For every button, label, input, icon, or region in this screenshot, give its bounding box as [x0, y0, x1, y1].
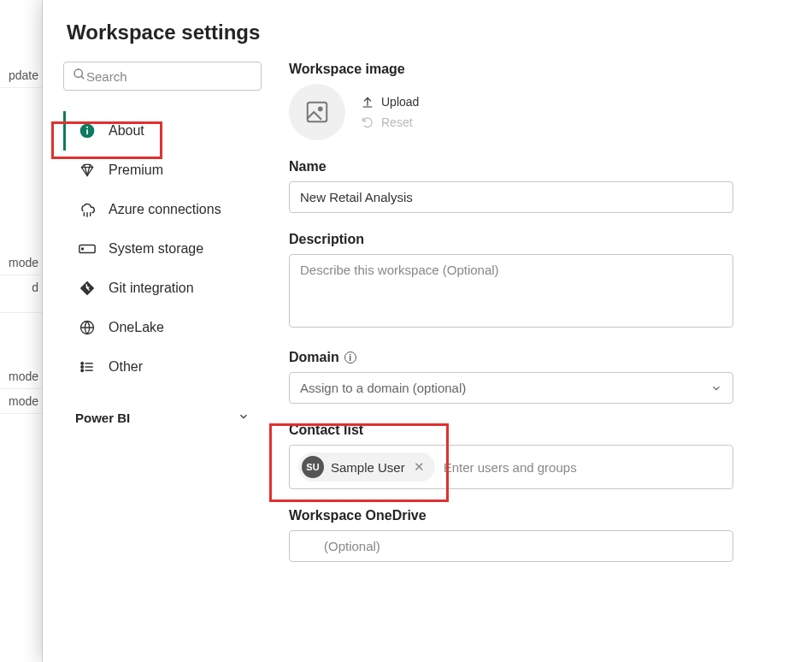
workspace-image-placeholder[interactable] — [289, 84, 345, 140]
svg-point-4 — [86, 127, 88, 128]
info-icon — [78, 121, 97, 140]
bg-row: mode — [0, 364, 42, 389]
nav-group-label: Power BI — [75, 411, 130, 425]
nav-onelake[interactable]: OneLake — [63, 308, 262, 347]
svg-point-0 — [74, 69, 82, 77]
svg-point-12 — [81, 369, 84, 372]
nav-label: Premium — [109, 163, 163, 178]
nav-label: System storage — [109, 241, 203, 257]
chip-remove-icon[interactable]: ✕ — [412, 459, 427, 475]
settings-panel: Workspace settings About Premium — [43, 0, 812, 662]
settings-sidebar: About Premium Azure connections System s… — [63, 62, 262, 641]
onelake-icon — [78, 318, 97, 337]
svg-point-10 — [81, 366, 84, 369]
avatar: SU — [302, 456, 324, 478]
contact-chip[interactable]: SU Sample User ✕ — [298, 452, 435, 482]
nav-about[interactable]: About — [63, 111, 262, 151]
diamond-icon — [78, 161, 97, 180]
chevron-down-icon — [238, 411, 250, 425]
nav-git-integration[interactable]: Git integration — [63, 269, 262, 308]
svg-rect-3 — [86, 129, 88, 134]
panel-title: Workspace settings — [67, 21, 785, 44]
git-icon — [78, 279, 97, 298]
storage-icon — [78, 239, 97, 258]
search-box[interactable] — [63, 62, 262, 91]
svg-point-8 — [81, 363, 84, 365]
description-label: Description — [289, 232, 785, 247]
settings-main: Workspace image Upload Reset — [289, 62, 785, 641]
bg-row: mode — [0, 389, 42, 414]
nav-group-powerbi[interactable]: Power BI — [63, 400, 262, 435]
contact-text-input[interactable] — [444, 460, 724, 475]
background-strip: pdate mode d mode mode — [0, 0, 43, 662]
nav-label: Git integration — [109, 281, 194, 296]
contact-list-label: Contact list — [289, 423, 785, 438]
name-input[interactable] — [289, 181, 733, 213]
search-input[interactable] — [86, 69, 252, 84]
contact-list-input[interactable]: SU Sample User ✕ — [289, 445, 733, 489]
bg-row: mode — [0, 251, 42, 275]
nav-label: Other — [109, 359, 143, 375]
bg-row: pdate — [0, 63, 42, 88]
other-icon — [78, 358, 97, 376]
upload-button[interactable]: Upload — [361, 95, 419, 109]
nav-other[interactable]: Other — [63, 347, 262, 387]
nav-label: Azure connections — [109, 202, 221, 217]
reset-icon — [361, 115, 374, 129]
upload-icon — [361, 95, 374, 109]
bg-row: d — [0, 275, 42, 313]
image-icon — [304, 99, 330, 125]
onedrive-placeholder: (Optional) — [324, 539, 380, 553]
onedrive-input[interactable]: (Optional) — [289, 530, 733, 562]
domain-label: Domain i — [289, 350, 785, 365]
reset-label: Reset — [381, 115, 413, 129]
domain-select[interactable]: Assign to a domain (optional) — [289, 372, 733, 404]
svg-line-1 — [81, 76, 84, 79]
onedrive-label: Workspace OneDrive — [289, 508, 785, 523]
domain-placeholder: Assign to a domain (optional) — [300, 381, 466, 395]
nav-system-storage[interactable]: System storage — [63, 229, 262, 269]
info-icon[interactable]: i — [344, 352, 356, 364]
nav-label: About — [109, 123, 144, 139]
name-label: Name — [289, 159, 785, 174]
nav-azure-connections[interactable]: Azure connections — [63, 190, 262, 229]
chevron-down-icon — [710, 382, 722, 394]
cloud-icon — [78, 200, 97, 219]
nav-premium[interactable]: Premium — [63, 151, 262, 190]
nav-label: OneLake — [109, 320, 164, 335]
svg-rect-14 — [308, 103, 327, 122]
search-icon — [73, 68, 86, 85]
chip-name: Sample User — [331, 460, 405, 475]
description-input[interactable] — [289, 254, 733, 328]
svg-point-15 — [319, 107, 322, 110]
workspace-image-label: Workspace image — [289, 62, 785, 77]
reset-button: Reset — [361, 115, 419, 129]
svg-point-6 — [82, 248, 84, 250]
upload-label: Upload — [381, 95, 419, 109]
